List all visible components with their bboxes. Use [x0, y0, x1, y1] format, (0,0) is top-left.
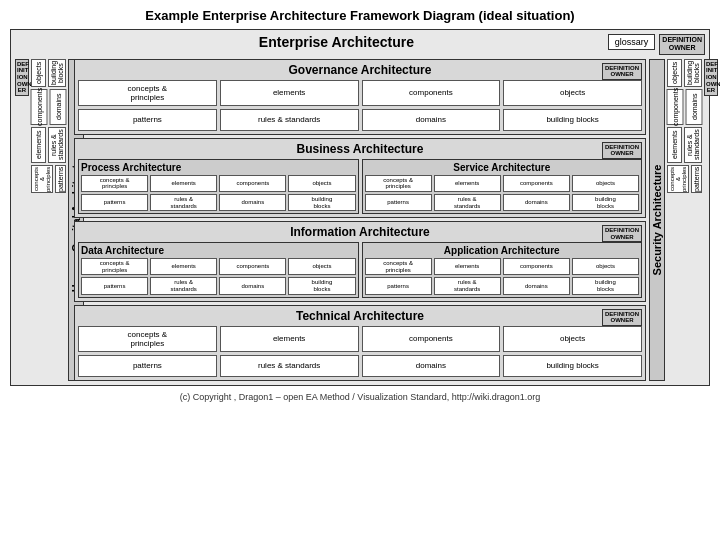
- proc-rules: rules &standards: [150, 194, 217, 211]
- business-title: Business Architecture: [78, 142, 642, 156]
- business-def-owner: DEFINITIONOWNER: [602, 142, 642, 159]
- data-arch: Data Architecture concepts &principles e…: [78, 242, 359, 297]
- svc-components: components: [503, 175, 570, 192]
- info-def-owner: DEFINITIONOWNER: [602, 225, 642, 242]
- app-elements: elements: [434, 258, 501, 275]
- tech-def-owner: DEFINITIONOWNER: [602, 309, 642, 326]
- svc-concepts: concepts &principles: [365, 175, 432, 192]
- proc-patterns: patterns: [81, 194, 148, 211]
- tech-concepts: concepts &principles: [78, 326, 217, 352]
- sec-building-blocks: building blocks: [684, 59, 702, 87]
- svc-objects: objects: [572, 175, 639, 192]
- security-label-container: Security Architecture: [649, 59, 665, 381]
- hc-concepts: concepts & principles: [31, 165, 53, 193]
- data-elements: elements: [150, 258, 217, 275]
- technical-section: DEFINITIONOWNER Technical Architecture c…: [74, 305, 646, 381]
- gov-rules: rules & standards: [220, 109, 359, 131]
- application-arch: Application Architecture concepts &princ…: [362, 242, 643, 297]
- sec-domains: domains: [686, 89, 703, 125]
- service-arch: Service Architecture concepts &principle…: [362, 159, 643, 214]
- app-blocks: buildingblocks: [572, 277, 639, 294]
- sec-objects: objects: [667, 59, 682, 87]
- data-concepts: concepts &principles: [81, 258, 148, 275]
- app-patterns: patterns: [365, 277, 432, 294]
- human-capital-sidebar: DEFINITIONOWNER objects building blocks …: [15, 59, 71, 381]
- hc-patterns: patterns: [55, 165, 66, 193]
- ea-title: Enterprise Architecture: [65, 34, 608, 50]
- hc-domains: domains: [50, 89, 67, 125]
- gov-building-blocks: building blocks: [503, 109, 642, 131]
- app-objects: objects: [572, 258, 639, 275]
- data-blocks: buildingblocks: [288, 277, 355, 294]
- hc-elements: elements: [31, 127, 46, 163]
- security-label: Security Architecture: [651, 164, 663, 275]
- glossary-box: glossary: [608, 34, 656, 50]
- proc-objects: objects: [288, 175, 355, 192]
- top-def-owner: DEFINITIONOWNER: [659, 34, 705, 55]
- proc-concepts: concepts &principles: [81, 175, 148, 192]
- svc-domains: domains: [503, 194, 570, 211]
- tech-patterns: patterns: [78, 355, 217, 377]
- gov-elements: elements: [220, 80, 359, 106]
- gov-patterns: patterns: [78, 109, 217, 131]
- governance-section: DEFINITIONOWNER Governance Architecture …: [74, 59, 646, 135]
- svc-rules: rules &standards: [434, 194, 501, 211]
- svc-blocks: buildingblocks: [572, 194, 639, 211]
- proc-blocks: buildingblocks: [288, 194, 355, 211]
- service-title: Service Architecture: [365, 162, 640, 173]
- tech-elements: elements: [220, 326, 359, 352]
- data-objects: objects: [288, 258, 355, 275]
- human-capital-def-owner: DEFINITIONOWNER: [15, 59, 29, 381]
- data-rules: rules &standards: [150, 277, 217, 294]
- main-container: Enterprise Architecture glossary DEFINIT…: [10, 29, 710, 386]
- gov-domains: domains: [362, 109, 501, 131]
- proc-components: components: [219, 175, 286, 192]
- app-concepts: concepts &principles: [365, 258, 432, 275]
- information-section: DEFINITIONOWNER Information Architecture…: [74, 221, 646, 301]
- hc-objects: objects: [31, 59, 46, 87]
- sec-rules-standards: rules & standards: [684, 127, 702, 163]
- information-title: Information Architecture: [78, 225, 642, 239]
- tech-components: components: [362, 326, 501, 352]
- sec-patterns: patterns: [691, 165, 702, 193]
- security-def-owner-right: DEFINITIONOWNER: [704, 59, 718, 381]
- data-patterns: patterns: [81, 277, 148, 294]
- sec-concepts: concepts & principles: [667, 165, 689, 193]
- gov-concepts: concepts &principles: [78, 80, 217, 106]
- hc-rules-standards: rules & standards: [48, 127, 66, 163]
- security-sidebar: Security Architecture objects building b…: [649, 59, 705, 381]
- tech-rules: rules & standards: [220, 355, 359, 377]
- footer: (c) Copyright , Dragon1 – open EA Method…: [180, 392, 541, 402]
- technical-title: Technical Architecture: [78, 309, 642, 323]
- data-domains: domains: [219, 277, 286, 294]
- sec-components: components: [667, 89, 684, 125]
- svc-elements: elements: [434, 175, 501, 192]
- tech-building-blocks: building blocks: [503, 355, 642, 377]
- governance-def-owner: DEFINITIONOWNER: [602, 63, 642, 80]
- data-title: Data Architecture: [81, 245, 356, 256]
- hc-building-blocks: building blocks: [48, 59, 66, 87]
- process-arch: Process Architecture concepts &principle…: [78, 159, 359, 214]
- tech-domains: domains: [362, 355, 501, 377]
- page-title: Example Enterprise Architecture Framewor…: [145, 8, 574, 23]
- app-domains: domains: [503, 277, 570, 294]
- app-rules: rules &standards: [434, 277, 501, 294]
- gov-components: components: [362, 80, 501, 106]
- business-section: DEFINITIONOWNER Business Architecture Pr…: [74, 138, 646, 218]
- sec-elements: elements: [667, 127, 682, 163]
- data-components: components: [219, 258, 286, 275]
- governance-title: Governance Architecture: [78, 63, 642, 77]
- process-title: Process Architecture: [81, 162, 356, 173]
- hc-components: components: [31, 89, 48, 125]
- proc-domains: domains: [219, 194, 286, 211]
- proc-elements: elements: [150, 175, 217, 192]
- app-components: components: [503, 258, 570, 275]
- gov-objects: objects: [503, 80, 642, 106]
- center-content: DEFINITIONOWNER Governance Architecture …: [74, 59, 646, 381]
- app-title: Application Architecture: [365, 245, 640, 256]
- tech-objects: objects: [503, 326, 642, 352]
- svc-patterns: patterns: [365, 194, 432, 211]
